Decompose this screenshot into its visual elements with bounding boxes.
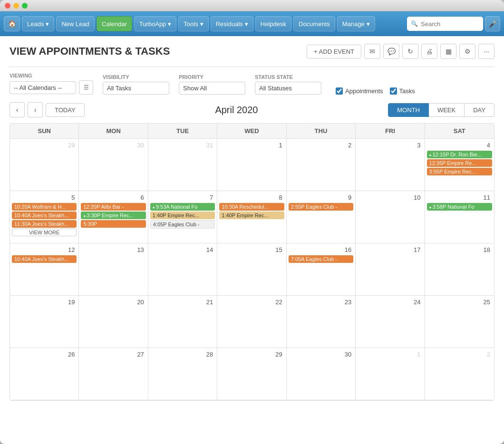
add-event-button[interactable]: + ADD EVENT <box>307 45 361 58</box>
calendar-cell[interactable]: 3 <box>356 139 425 191</box>
tasks-checkbox[interactable] <box>390 87 397 95</box>
maximize-button[interactable] <box>22 3 28 9</box>
calendar-cell[interactable]: 11● 3:58P National Fo <box>425 191 494 243</box>
calendar-cell[interactable]: 14 <box>148 243 217 296</box>
calendar-event[interactable]: 12:20P Alibi Bar - <box>81 203 145 211</box>
tasks-label: Tasks <box>399 87 415 95</box>
calendar-event[interactable]: 11:30A Joes's Steakh... <box>12 220 77 228</box>
calendar-cell[interactable]: 510:20A Wolfram & H...10:40A Joes's Stea… <box>10 191 79 243</box>
documents-button[interactable]: Documents <box>293 16 335 31</box>
calendar-event[interactable]: 3:55P Empire Rec... <box>427 168 492 175</box>
refresh-icon-button[interactable]: ↻ <box>402 44 418 59</box>
today-button[interactable]: TODAY <box>46 103 85 117</box>
calendar-cell[interactable]: 29 <box>10 139 79 191</box>
home-button[interactable]: 🏠 <box>4 16 20 31</box>
calendar-cell[interactable]: 25 <box>425 296 494 348</box>
tasks-checkbox-label[interactable]: Tasks <box>390 87 415 95</box>
calendar-cell[interactable]: 29 <box>217 348 286 400</box>
calendar-cell[interactable]: 10 <box>356 191 425 243</box>
calendar-cell[interactable]: 24 <box>356 296 425 348</box>
calendar-cell[interactable]: 1 <box>217 139 286 191</box>
minimize-button[interactable] <box>13 3 19 9</box>
status-select[interactable]: All Statuses <box>255 82 321 95</box>
calendar-event[interactable]: 12:35P Empire Re... <box>427 159 492 167</box>
new-lead-button[interactable]: New Lead <box>56 16 95 31</box>
chat-icon-button[interactable]: 💬 <box>383 44 399 59</box>
list-view-icon-button[interactable]: ☰ <box>79 80 93 95</box>
calendar-cell[interactable]: 13 <box>79 243 148 296</box>
refresh-icon: ↻ <box>407 48 413 55</box>
prev-month-button[interactable]: ‹ <box>10 102 25 117</box>
calendar-cell[interactable]: 1 <box>356 348 425 400</box>
helpdesk-button[interactable]: Helpdesk <box>255 16 291 31</box>
calendar-cell[interactable]: 21 <box>148 296 217 348</box>
calendar-event[interactable]: 7:05A Eagles Club - <box>289 255 353 263</box>
calendar-cell[interactable]: 2 <box>287 139 356 191</box>
calendar-cell[interactable]: 28 <box>148 348 217 400</box>
calendar-event[interactable]: 1:40P Empire Rec... <box>219 212 284 219</box>
calendar-cell[interactable]: 92:55P Eagles Club - <box>287 191 356 243</box>
calendar-cell[interactable]: 20 <box>79 296 148 348</box>
calendar-event[interactable]: 10:40A Joes's Steakh... <box>12 255 77 263</box>
calendar-cell[interactable]: 30 <box>79 139 148 191</box>
search-input[interactable] <box>421 20 479 28</box>
turboapp-menu-button[interactable]: TurboApp ▾ <box>134 16 177 31</box>
month-view-button[interactable]: MONTH <box>388 103 429 117</box>
calendar-cell[interactable]: 18 <box>425 243 494 296</box>
calendar-cell[interactable]: 15 <box>217 243 286 296</box>
calendar-event[interactable]: 10:40A Joes's Steakh... <box>12 212 77 219</box>
calendar-cell[interactable]: 7● 9:53A National Fo1:40P Empire Rec...4… <box>148 191 217 243</box>
settings-icon-button[interactable]: ⚙ <box>459 44 475 59</box>
calendar-cell[interactable]: 26 <box>10 348 79 400</box>
next-month-button[interactable]: › <box>28 102 43 117</box>
calendar-cell[interactable]: 31 <box>148 139 217 191</box>
email-icon-button[interactable]: ✉ <box>364 44 380 59</box>
print-icon-button[interactable]: 🖨 <box>421 44 437 59</box>
calendar-cell[interactable]: 2 <box>425 348 494 400</box>
calendar-event[interactable]: 1:40P Empire Rec... <box>150 212 215 219</box>
calendar-event[interactable]: ● 9:53A National Fo <box>150 203 215 211</box>
calendar-cell[interactable]: 27 <box>79 348 148 400</box>
calendar-event[interactable]: 4:05P Eagles Club - <box>150 220 215 229</box>
week-view-button[interactable]: WEEK <box>428 103 465 117</box>
calendar-cell[interactable]: 19 <box>10 296 79 348</box>
day-view-button[interactable]: DAY <box>464 103 494 117</box>
day-number: 24 <box>358 298 422 307</box>
leads-menu-button[interactable]: Leads ▾ <box>22 16 54 31</box>
viewing-select[interactable]: -- All Calendars -- <box>10 81 76 94</box>
calendar-cell[interactable]: 1210:40A Joes's Steakh... <box>10 243 79 296</box>
appointments-checkbox[interactable] <box>336 87 343 95</box>
calendar-event[interactable]: 10:20A Wolfram & H... <box>12 203 77 211</box>
close-button[interactable] <box>5 3 10 9</box>
calendar-cell[interactable]: 23 <box>287 296 356 348</box>
calendar-cell[interactable]: 17 <box>356 243 425 296</box>
more-icon-button[interactable]: ··· <box>478 44 494 59</box>
residuals-menu-button[interactable]: Residuals ▾ <box>211 16 253 31</box>
calendar-event[interactable]: ● 3:58P National Fo <box>427 203 492 211</box>
view-more-button[interactable]: VIEW MORE <box>12 229 77 236</box>
day-number: 3 <box>358 141 422 150</box>
calendar-cell[interactable]: 612:20P Alibi Bar -● 3:30P Empire Rec...… <box>79 191 148 243</box>
calendar-button[interactable]: Calendar <box>97 16 132 31</box>
main-content: VIEW APPOINTMENTS & TASKS + ADD EVENT ✉ … <box>0 36 504 444</box>
calendar-event[interactable]: 10:30A Reschedul... <box>219 203 284 211</box>
turboapp-label: TurboApp <box>139 20 166 28</box>
calendar-event[interactable]: 5:30P <box>81 220 145 228</box>
calendar-event[interactable]: ● 12:15P Dr. Ron Bie... <box>427 151 492 158</box>
priority-select[interactable]: Show All <box>179 82 245 95</box>
tools-menu-button[interactable]: Tools ▾ <box>178 16 208 31</box>
manage-menu-button[interactable]: Manage ▾ <box>337 16 375 31</box>
page-title: VIEW APPOINTMENTS & TASKS <box>10 45 170 58</box>
calendar-cell[interactable]: 30 <box>287 348 356 400</box>
calendar-event[interactable]: 2:55P Eagles Club - <box>289 203 353 211</box>
grid-icon-button[interactable]: ▦ <box>440 44 456 59</box>
calendar-cell[interactable]: 22 <box>217 296 286 348</box>
appointments-checkbox-label[interactable]: Appointments <box>336 87 383 95</box>
microphone-button[interactable]: 🎤 <box>485 16 500 31</box>
calendar-cell[interactable]: 4● 12:15P Dr. Ron Bie...12:35P Empire Re… <box>425 139 494 191</box>
visibility-select[interactable]: All Tasks <box>103 82 169 95</box>
calendar-cell[interactable]: 810:30A Reschedul...1:40P Empire Rec... <box>217 191 286 243</box>
calendar-cell[interactable]: 167:05A Eagles Club - <box>287 243 356 296</box>
day-number: 9 <box>289 193 353 202</box>
calendar-event[interactable]: ● 3:30P Empire Rec... <box>81 212 145 219</box>
